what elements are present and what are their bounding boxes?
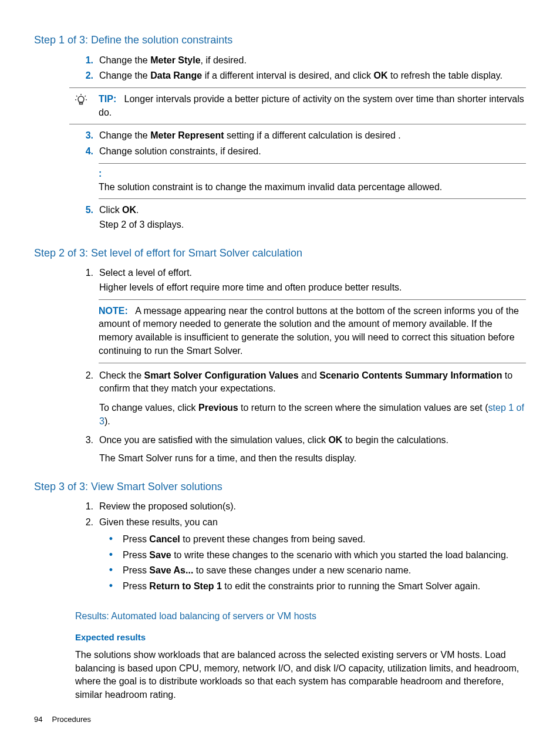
note-callout: NOTE: A message appearing near the contr… (99, 299, 526, 363)
list-item: • Press Cancel to prevent these changes … (99, 533, 526, 546)
item-subtext: To change values, click Previous to retu… (99, 401, 526, 428)
note-label: NOTE: (99, 306, 128, 316)
item-number: 4. (70, 145, 99, 158)
list-item: 2. Change the Data Range if a different … (34, 69, 526, 83)
step2-list-cont: 2. Check the Smart Solver Configuration … (34, 369, 526, 465)
tip-label: TIP: (99, 94, 116, 104)
tip-callout: TIP: Longer intervals provide a better p… (69, 87, 526, 124)
list-item: 5. Click OK. Step 2 of 3 displays. (34, 204, 526, 231)
item-body: Change the Meter Style, if desired. (99, 54, 526, 67)
item-number: 1. (70, 500, 99, 514)
list-item: 2. Check the Smart Solver Configuration … (34, 369, 526, 428)
tip-body: TIP: Longer intervals provide a better p… (99, 93, 526, 119)
item-number: 5. (70, 204, 99, 231)
item-body: Click OK. Step 2 of 3 displays. (99, 204, 526, 231)
step1-heading: Step 1 of 3: Define the solution constra… (34, 33, 526, 48)
list-item: 4. Change solution constraints, if desir… (34, 145, 526, 158)
item-number: 3. (70, 434, 99, 465)
step1-list-cont: 3. Change the Meter Represent setting if… (34, 129, 526, 158)
item-body: Change the Meter Represent setting if a … (99, 129, 526, 143)
bullet-icon: • (99, 580, 123, 593)
list-item: • Press Save to write these changes to t… (99, 549, 526, 562)
item-number: 1. (70, 266, 99, 294)
page-footer: 94Procedures (34, 714, 91, 725)
section-name: Procedures (52, 715, 90, 724)
svg-line-2 (76, 96, 77, 97)
step3-list: 1. Review the proposed solution(s). 2. G… (34, 500, 526, 595)
list-item: 1. Select a level of effort. Higher leve… (34, 266, 526, 294)
note-text: A message appearing near the control but… (99, 306, 519, 356)
item-body: Once you are satisfied with the simulati… (99, 434, 526, 465)
lightbulb-icon (69, 93, 93, 119)
svg-line-3 (85, 96, 86, 97)
item-body: Change solution constraints, if desired. (99, 145, 526, 158)
svg-rect-0 (80, 103, 83, 104)
item-number: 2. (70, 516, 99, 596)
constraint-callout: : The solution constraint is to change t… (99, 163, 526, 199)
step3-heading: Step 3 of 3: View Smart Solver solutions (34, 480, 526, 495)
expected-results-heading: Expected results (75, 631, 526, 643)
list-item: • Press Save As... to save these changes… (99, 564, 526, 578)
step2-list: 1. Select a level of effort. Higher leve… (34, 266, 526, 294)
item-body: Change the Data Range if a different int… (99, 69, 526, 83)
constraint-text: The solution constraint is to change the… (99, 181, 526, 194)
item-number: 1. (70, 54, 99, 67)
page-number: 94 (34, 715, 42, 724)
item-body: Check the Smart Solver Configuration Val… (99, 369, 526, 428)
step1-list-cont2: 5. Click OK. Step 2 of 3 displays. (34, 204, 526, 231)
item-subtext: Higher levels of effort require more tim… (99, 281, 526, 295)
item-body: Select a level of effort. Higher levels … (99, 266, 526, 294)
results-text: The solutions show workloads that are ba… (75, 649, 526, 702)
bullet-list: • Press Cancel to prevent these changes … (99, 533, 526, 593)
bullet-icon: • (99, 549, 123, 562)
item-number: 2. (70, 369, 99, 428)
step1-list: 1. Change the Meter Style, if desired. 2… (34, 54, 526, 83)
bullet-icon: • (99, 533, 123, 546)
item-number: 3. (70, 129, 99, 143)
item-number: 2. (70, 69, 99, 83)
list-item: 1. Review the proposed solution(s). (34, 500, 526, 514)
results-heading: Results: Automated load balancing of ser… (75, 610, 526, 623)
list-item: 1. Change the Meter Style, if desired. (34, 54, 526, 67)
colon-label: : (99, 167, 526, 181)
item-body: Review the proposed solution(s). (99, 500, 526, 514)
list-item: • Press Return to Step 1 to edit the con… (99, 580, 526, 593)
item-body: Given these results, you can • Press Can… (99, 516, 526, 596)
bullet-icon: • (99, 564, 123, 578)
item-subtext: The Smart Solver runs for a time, and th… (99, 452, 526, 465)
step2-heading: Step 2 of 3: Set level of effort for Sma… (34, 246, 526, 261)
list-item: 3. Once you are satisfied with the simul… (34, 434, 526, 465)
list-item: 2. Given these results, you can • Press … (34, 516, 526, 596)
list-item: 3. Change the Meter Represent setting if… (34, 129, 526, 143)
item-subtext: Step 2 of 3 displays. (99, 218, 526, 232)
